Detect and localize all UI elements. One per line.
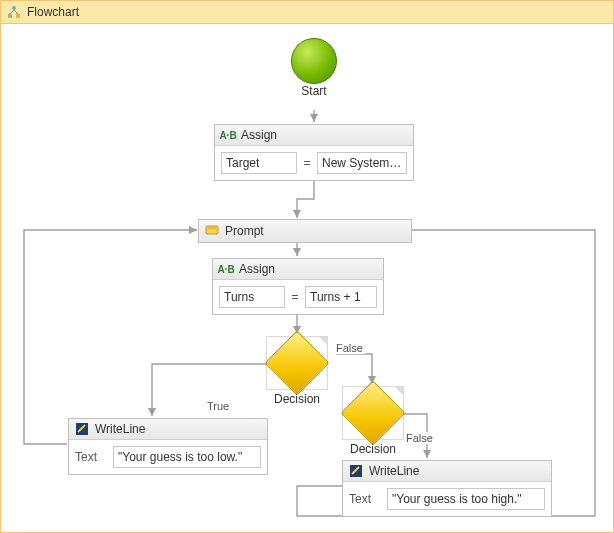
- activity-title: WriteLine: [369, 464, 419, 478]
- designer-title: Flowchart: [27, 5, 79, 19]
- text-label: Text: [75, 450, 105, 464]
- assign-icon: A·B: [219, 262, 233, 276]
- writeline-low-activity[interactable]: WriteLine Text "Your guess is too low.": [68, 418, 268, 475]
- writeline-high-activity[interactable]: WriteLine Text "Your guess is too high.": [342, 460, 552, 517]
- equals-label: =: [289, 290, 301, 304]
- start-node[interactable]: Start: [284, 38, 344, 110]
- svg-point-0: [12, 6, 16, 10]
- start-orb-icon: [291, 38, 337, 84]
- fold-icon: [395, 387, 403, 395]
- svg-rect-4: [206, 226, 218, 229]
- assign-to-field[interactable]: Target: [221, 152, 297, 174]
- svg-rect-1: [8, 14, 12, 18]
- writeline-icon: [75, 422, 89, 436]
- prompt-title: Prompt: [225, 224, 264, 238]
- start-label: Start: [284, 84, 344, 98]
- activity-header: A·B Assign: [215, 125, 413, 146]
- activity-header: WriteLine: [343, 461, 551, 482]
- assign-to-field[interactable]: Turns: [219, 286, 285, 308]
- diamond-icon: [350, 390, 396, 436]
- activity-header: WriteLine: [69, 419, 267, 440]
- svg-rect-2: [16, 14, 20, 18]
- diamond-icon: [274, 340, 320, 386]
- edge-label-false: False: [334, 342, 365, 354]
- decision-node-2[interactable]: Decision: [342, 386, 404, 456]
- activity-title: Assign: [241, 128, 277, 142]
- assign-value-field[interactable]: Turns + 1: [305, 286, 377, 308]
- assign-turns-activity[interactable]: A·B Assign Turns = Turns + 1: [212, 258, 384, 315]
- flowchart-designer: Flowchart Start A·B: [0, 0, 614, 533]
- prompt-icon: [205, 223, 219, 240]
- decision-node-1[interactable]: Decision: [266, 336, 328, 406]
- decision-label: Decision: [342, 442, 404, 456]
- edge-label-true: True: [205, 400, 231, 412]
- canvas[interactable]: Start A·B Assign Target = New System.Ran…: [2, 24, 612, 531]
- edge-label-false: False: [404, 432, 435, 444]
- assign-icon: A·B: [221, 128, 235, 142]
- assign-value-field[interactable]: New System.Randc: [317, 152, 407, 174]
- activity-title: WriteLine: [95, 422, 145, 436]
- fold-icon: [319, 337, 327, 345]
- writeline-icon: [349, 464, 363, 478]
- text-field[interactable]: "Your guess is too low.": [113, 446, 261, 468]
- activity-title: Assign: [239, 262, 275, 276]
- text-label: Text: [349, 492, 379, 506]
- assign-target-activity[interactable]: A·B Assign Target = New System.Randc: [214, 124, 414, 181]
- prompt-activity[interactable]: Prompt: [198, 219, 412, 243]
- designer-titlebar: Flowchart: [1, 1, 613, 24]
- decision-label: Decision: [266, 392, 328, 406]
- flowchart-icon: [7, 5, 21, 19]
- equals-label: =: [301, 156, 313, 170]
- activity-header: A·B Assign: [213, 259, 383, 280]
- text-field[interactable]: "Your guess is too high.": [387, 488, 545, 510]
